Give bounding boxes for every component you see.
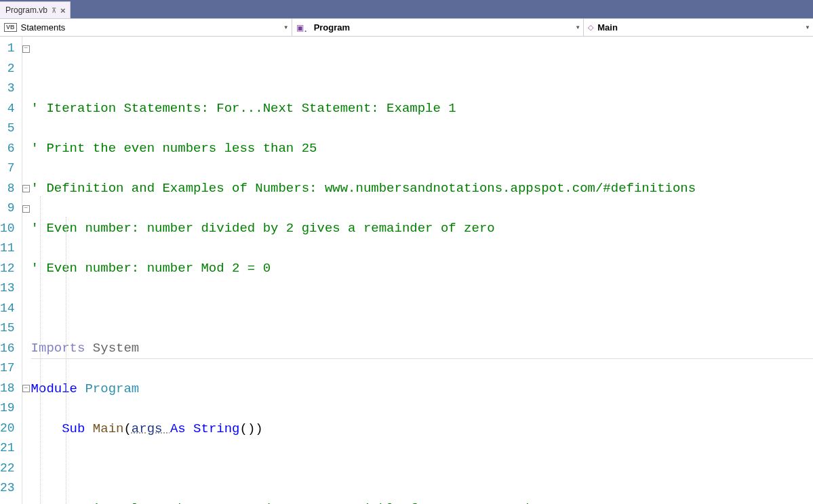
code-line: ' Definition and Examples of Numbers: ww…: [31, 181, 696, 196]
code-type: String: [186, 421, 240, 436]
code-keyword: As: [170, 421, 186, 436]
code-param: args: [132, 421, 170, 436]
line-number-gutter: 1234567891011121314151617181920212223: [0, 37, 22, 504]
pin-icon[interactable]: ⊼: [52, 7, 56, 14]
code-keyword: Imports: [31, 341, 85, 356]
module-icon: ▣⡀: [296, 23, 310, 33]
navigation-bar: VB Statements ▼ ▣⡀ Program ▼ ◇ Main ▼: [0, 18, 813, 37]
code-editor[interactable]: 1234567891011121314151617181920212223 − …: [0, 37, 813, 504]
fold-gutter: − − − −: [22, 37, 30, 504]
code-line: ' Iteration Statements: For...Next State…: [31, 101, 456, 116]
chevron-down-icon[interactable]: ▼: [575, 24, 580, 30]
method-icon: ◇: [588, 23, 593, 32]
code-keyword: Module: [31, 381, 77, 396]
tab-filename: Program.vb: [5, 5, 47, 15]
tab-bar: Program.vb ⊼ ×: [0, 0, 813, 18]
module-label: Program: [314, 22, 350, 33]
code-area[interactable]: ' Iteration Statements: For...Next State…: [30, 37, 813, 504]
scope-selector[interactable]: VB Statements ▼: [0, 19, 292, 36]
chevron-down-icon[interactable]: ▼: [283, 24, 289, 30]
fold-toggle[interactable]: −: [22, 205, 30, 213]
method-label: Main: [597, 22, 618, 33]
module-selector[interactable]: ▣⡀ Program ▼: [292, 19, 584, 36]
fold-toggle[interactable]: −: [22, 45, 30, 53]
code-line: ' Even number: number Mod 2 = 0: [31, 261, 271, 276]
code-id: System: [85, 341, 139, 356]
method-selector[interactable]: ◇ Main ▼: [584, 19, 813, 36]
code-line: ' Print the even numbers less than 25: [31, 141, 317, 156]
vb-icon: VB: [4, 23, 17, 32]
code-type: Program: [77, 381, 139, 396]
file-tab[interactable]: Program.vb ⊼ ×: [0, 1, 71, 18]
fold-toggle[interactable]: −: [22, 185, 30, 192]
code-line: ' Even number: number divided by 2 gives…: [31, 221, 495, 236]
code-method: Main: [85, 421, 123, 436]
fold-toggle[interactable]: −: [22, 385, 30, 392]
code-comment: ' Declare the Integer data type variable…: [93, 501, 549, 505]
close-icon[interactable]: ×: [60, 5, 66, 16]
chevron-down-icon[interactable]: ▼: [805, 24, 810, 30]
scope-label: Statements: [21, 22, 66, 33]
